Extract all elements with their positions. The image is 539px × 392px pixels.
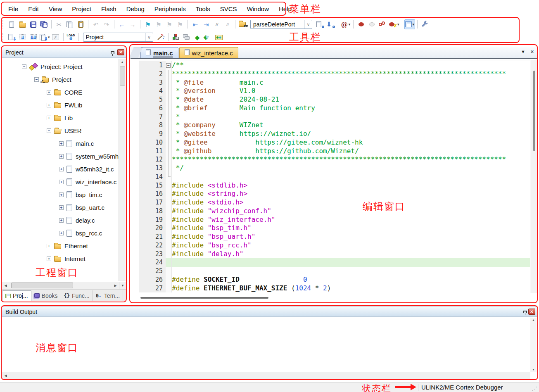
toolbar-gripper[interactable] [2, 20, 4, 29]
rebuild-all-button[interactable]: ⇊⇊ [28, 32, 38, 42]
tab-list-dropdown[interactable]: ▼ [521, 49, 525, 55]
close-project-panel-button[interactable]: ✕ [117, 49, 124, 55]
build-output-body[interactable] [2, 317, 537, 372]
code-line-17[interactable]: 17#include <stdio.h> [139, 198, 530, 207]
expand-toggle[interactable]: − [22, 64, 26, 69]
code-line-12[interactable]: 12**************************************… [139, 155, 530, 164]
lookup-button[interactable]: @▾ [340, 19, 351, 29]
expand-toggle[interactable]: + [59, 231, 64, 235]
combo-dropdown-arrow[interactable]: ∨ [304, 20, 312, 29]
panel-tab-proj[interactable]: Proj... [2, 290, 31, 301]
navigate-back-button[interactable]: ← [116, 19, 127, 29]
code-line-21[interactable]: 21#include "bsp_uart.h" [139, 233, 530, 241]
target-options-button[interactable] [155, 32, 166, 42]
find-combo[interactable]: parseDeletePort∨ [250, 20, 312, 29]
build-button[interactable]: ⇊ [17, 32, 28, 42]
tree-item-w55mh32-it-c[interactable]: +w55mh32_it.c [2, 163, 126, 176]
disable-all-breakpoints-button[interactable] [377, 19, 388, 29]
fold-toggle-icon[interactable]: − [166, 63, 171, 68]
expand-toggle[interactable]: + [59, 192, 64, 197]
manage-rte-button[interactable] [171, 32, 181, 42]
save-button[interactable] [28, 19, 38, 29]
tree-item-ethernet[interactable]: +Ethernet [2, 240, 126, 252]
copy-button[interactable] [64, 19, 75, 29]
scroll-left-arrow[interactable]: ◀ [2, 282, 9, 289]
scroll-down-arrow[interactable]: ▼ [119, 282, 126, 289]
previous-bookmark-button[interactable]: ⚑ [153, 19, 164, 29]
tree-item-internet[interactable]: +Internet [2, 252, 126, 265]
tree-item-bsp-tim-c[interactable]: +bsp_tim.c [2, 188, 126, 201]
manage-project-items-button[interactable] [181, 32, 192, 42]
uncomment-button[interactable]: // [222, 19, 233, 29]
code-line-20[interactable]: 20#include "bsp_tim.h" [139, 224, 530, 233]
enable-breakpoint-button[interactable] [366, 19, 377, 29]
resize-grip[interactable]: ⋰ [532, 385, 537, 392]
expand-toggle[interactable]: − [47, 128, 51, 133]
code-line-9[interactable]: 9 * @website https://wiznet.io/ [139, 130, 530, 138]
code-line-15[interactable]: 15#include <stdlib.h> [139, 181, 530, 190]
code-line-7[interactable]: 7 * [139, 113, 530, 121]
code-line-10[interactable]: 10 * @gitee https://gitee.com/wiznet-hk [139, 138, 530, 147]
unindent-button[interactable]: ⇤ [190, 19, 201, 29]
expand-toggle[interactable]: + [47, 116, 51, 120]
code-line-22[interactable]: 22#include "bsp_rcc.h" [139, 241, 530, 250]
close-build-output-button[interactable]: ✕ [528, 309, 535, 315]
scroll-thumb[interactable] [11, 283, 73, 288]
project-horizontal-scrollbar[interactable]: ◀ ▶ ▼ [2, 282, 126, 289]
menu-svcs[interactable]: SVCS [215, 4, 242, 14]
software-packs-button[interactable]: ◆◆ [214, 32, 224, 42]
window-layout-button[interactable]: ▾ [404, 19, 416, 29]
code-line-16[interactable]: 16#include <string.h> [139, 190, 530, 198]
scroll-left-arrow[interactable]: ◀ [2, 372, 9, 379]
toolbar-gripper[interactable] [2, 33, 4, 41]
editor-tab-wiz-interface-c[interactable]: wiz_interface.c [179, 47, 238, 58]
menu-debug[interactable]: Debug [121, 4, 150, 14]
menu-file[interactable]: File [3, 4, 23, 14]
tree-item-bsp-rcc-c[interactable]: +bsp_rcc.c [2, 227, 126, 240]
code-area[interactable]: 1−/**2**********************************… [139, 60, 530, 293]
undo-button[interactable]: ↶ [90, 19, 101, 29]
tree-item-main-c[interactable]: +main.c [2, 137, 126, 150]
panel-tab-tem[interactable]: 0→Tem... [93, 290, 123, 301]
code-line-23[interactable]: 23#include "delay.h" [139, 250, 530, 259]
expand-toggle[interactable]: + [59, 167, 64, 171]
tree-item-delay-c[interactable]: +delay.c [2, 214, 126, 227]
code-line-19[interactable]: 19#include "wiz_interface.h" [139, 216, 530, 224]
expand-toggle[interactable]: + [59, 141, 64, 146]
scroll-thumb[interactable] [533, 71, 535, 151]
menu-help[interactable]: Help [274, 4, 297, 14]
scroll-up-arrow[interactable]: ▲ [119, 59, 126, 66]
code-line-18[interactable]: 18#include "wizchip_conf.h" [139, 207, 530, 216]
build-output-vertical-scrollbar[interactable]: ▲▼ [530, 318, 537, 372]
editor-tab-main-c[interactable]: main.c [140, 47, 178, 58]
code-line-14[interactable]: 14 [139, 173, 530, 181]
close-file-button[interactable]: ✕ [530, 49, 534, 55]
expand-toggle[interactable]: + [59, 218, 64, 223]
pin-button[interactable] [109, 49, 116, 55]
comment-button[interactable]: // [211, 19, 222, 29]
editor-horizontal-scrollbar[interactable] [139, 295, 529, 300]
expand-toggle[interactable]: + [47, 244, 51, 248]
project-vertical-scrollbar[interactable]: ▲ [119, 59, 126, 281]
expand-toggle[interactable]: + [59, 180, 64, 184]
expand-toggle[interactable]: + [47, 103, 51, 107]
tree-item-fwlib[interactable]: +FWLib [2, 99, 126, 112]
cut-button[interactable]: ✂ [54, 19, 64, 29]
combo-dropdown-arrow[interactable]: ∨ [145, 33, 153, 41]
redo-button[interactable]: ↷ [101, 19, 112, 29]
scroll-down-arrow[interactable]: ▼ [532, 368, 535, 371]
scroll-right-arrow[interactable]: ▶ [112, 282, 119, 289]
scroll-track[interactable] [9, 282, 112, 289]
code-line-6[interactable]: 6 * @brief Main function entry [139, 104, 530, 113]
tree-item-project-project[interactable]: −Project: Project [2, 60, 126, 73]
menu-tools[interactable]: Tools [191, 4, 215, 14]
menu-peripherals[interactable]: Peripherals [150, 4, 191, 14]
menu-edit[interactable]: Edit [23, 4, 44, 14]
tree-item-system-w55mh[interactable]: +system_w55mh [2, 150, 126, 163]
menu-view[interactable]: View [44, 4, 67, 14]
next-bookmark-button[interactable]: ⚑ [164, 19, 175, 29]
editor-vertical-scrollbar[interactable] [531, 60, 537, 293]
code-line-3[interactable]: 3 * @file main.c [139, 78, 530, 87]
expand-toggle[interactable]: + [47, 90, 51, 95]
scroll-thumb[interactable] [120, 67, 125, 86]
